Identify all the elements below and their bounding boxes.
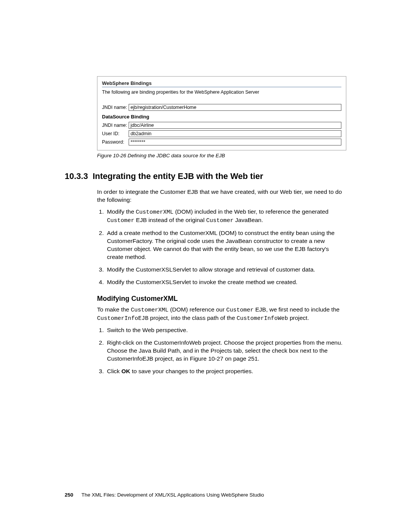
figure-caption: Figure 10-26 Defining the JDBC data sour… — [97, 153, 346, 158]
password-label: Password: — [102, 139, 129, 145]
section-heading: 10.3.3 Integrating the entity EJB with t… — [65, 171, 346, 181]
step-4: Modify the CustomerXSLServlet to invoke … — [105, 278, 346, 286]
substep-1: Switch to the Web perspective. — [105, 326, 346, 334]
substep-3-text-2: to save your changes to the project prop… — [130, 368, 253, 374]
section-intro: In order to integrate the Customer EJB t… — [97, 188, 346, 204]
step-1-code-3: Customer — [206, 217, 234, 224]
step-1: Modify the CustomerXML (DOM) included in… — [105, 208, 346, 225]
sub-code-3: CustomerInfoEJB — [97, 315, 148, 322]
step-3: Modify the CustomerXSLServlet to allow s… — [105, 266, 346, 274]
step-1-text: Modify the — [107, 208, 136, 215]
ds-jndi-input[interactable] — [129, 122, 341, 129]
substep-2: Right-click on the CustomerInfoWeb proje… — [105, 339, 346, 363]
sub-steps-list: Switch to the Web perspective. Right-cli… — [97, 326, 346, 375]
substep-3-text-1: Click — [107, 368, 121, 374]
bindings-heading: WebSphere Bindings — [102, 80, 341, 87]
figure-websphere-bindings: WebSphere Bindings The following are bin… — [97, 76, 346, 150]
jndi-name-label: JNDI name: — [102, 105, 129, 110]
password-row: Password: — [102, 139, 341, 145]
ds-jndi-row: JNDI name: — [102, 122, 341, 129]
datasource-binding-heading: DataSource Binding — [102, 114, 341, 120]
section-title: Integrating the entity EJB with the Web … — [92, 171, 263, 181]
step-1-code-1: CustomerXML — [136, 209, 174, 216]
sub-paragraph: To make the CustomerXML (DOM) reference … — [97, 306, 346, 323]
user-id-row: User ID: — [102, 130, 341, 137]
figure-caption-prefix: Figure 10-26 — [97, 153, 127, 158]
substep-3-bold: OK — [121, 368, 130, 374]
user-id-label: User ID: — [102, 131, 129, 136]
step-1-code-2: Customer — [107, 217, 134, 224]
sub-text-1: To make the — [97, 306, 131, 313]
step-2: Add a create method to the CustomerXML (… — [105, 229, 346, 261]
ds-jndi-label: JNDI name: — [102, 123, 129, 128]
jndi-name-input[interactable] — [129, 104, 341, 111]
section-number: 10.3.3 — [65, 171, 88, 181]
page-number: 250 — [65, 492, 73, 498]
sub-code-2: Customer — [226, 307, 253, 313]
sub-text-2: (DOM) reference our — [169, 306, 226, 313]
jndi-name-row: JNDI name: — [102, 104, 341, 111]
figure-caption-text: Defining the JDBC data source for the EJ… — [127, 153, 225, 158]
page-footer: 250 The XML Files: Development of XML/XS… — [65, 492, 264, 498]
sub-code-4: CustomerInfoWeb — [237, 315, 288, 322]
step-1-text-4: JavaBean. — [234, 217, 263, 223]
user-id-input[interactable] — [129, 130, 341, 137]
bindings-description: The following are binding properities fo… — [102, 89, 341, 95]
sub-text-4: project, into the class path of the — [148, 315, 237, 321]
step-1-text-2: (DOM) included in the Web tier, to refer… — [174, 208, 328, 215]
substep-3: Click OK to save your changes to the pro… — [105, 367, 346, 375]
book-title: The XML Files: Development of XML/XSL Ap… — [81, 492, 264, 498]
subheading-modifying-customerxml: Modifying CustomerXML — [97, 295, 346, 303]
main-steps-list: Modify the CustomerXML (DOM) included in… — [97, 208, 346, 286]
sub-text-3: EJB, we first need to include the — [253, 306, 339, 313]
sub-text-5: project. — [288, 315, 309, 321]
sub-code-1: CustomerXML — [131, 307, 169, 313]
step-1-text-3: EJB instead of the original — [134, 217, 206, 223]
password-input[interactable] — [129, 139, 341, 145]
